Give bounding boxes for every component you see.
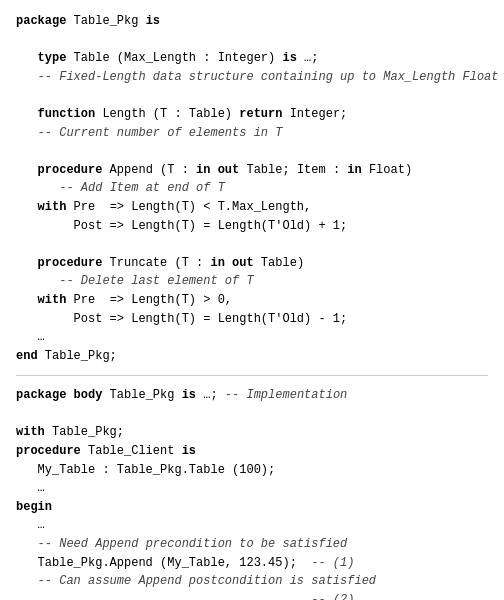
kw-procedure-client: procedure	[16, 444, 81, 458]
kw-end1: end	[16, 349, 38, 363]
kw-is2: is	[282, 51, 296, 65]
kw-type: type	[38, 51, 67, 65]
comment-can-assume-append: -- Can assume Append postcondition is sa…	[38, 574, 376, 588]
kw-with1: with	[16, 200, 66, 214]
kw-procedure-truncate: procedure	[38, 256, 103, 270]
kw-with2: with	[16, 293, 66, 307]
kw-package-body: package body	[16, 388, 102, 402]
comment-implementation: -- Implementation	[225, 388, 347, 402]
kw-function: function	[38, 107, 96, 121]
kw-procedure-append: procedure	[38, 163, 103, 177]
comment-need-append-pre: -- Need Append precondition to be satisf…	[38, 537, 348, 551]
kw-in-out2: in out	[210, 256, 253, 270]
kw-in-out1: in out	[196, 163, 239, 177]
comment-add-item: -- Add Item at end of T	[59, 181, 225, 195]
kw-begin: begin	[16, 500, 52, 514]
section2: package body Table_Pkg is …; -- Implemen…	[16, 386, 488, 600]
comment-delete-last: -- Delete last element of T	[59, 274, 253, 288]
section1: package Table_Pkg is type Table (Max_Len…	[16, 12, 488, 365]
section-divider	[16, 375, 488, 376]
kw-is3: is	[182, 388, 196, 402]
kw-is4: is	[182, 444, 196, 458]
comment-fixed-length: -- Fixed-Length data structure containin…	[38, 70, 504, 84]
kw-package: package	[16, 14, 66, 28]
kw-return: return	[239, 107, 282, 121]
comment-2: -- (2)	[311, 593, 354, 600]
kw-with3: with	[16, 425, 45, 439]
comment-current-number: -- Current number of elements in T	[38, 126, 283, 140]
code-container: package Table_Pkg is type Table (Max_Len…	[16, 12, 488, 600]
kw-in1: in	[347, 163, 361, 177]
comment-1: -- (1)	[311, 556, 354, 570]
kw-is: is	[146, 14, 160, 28]
